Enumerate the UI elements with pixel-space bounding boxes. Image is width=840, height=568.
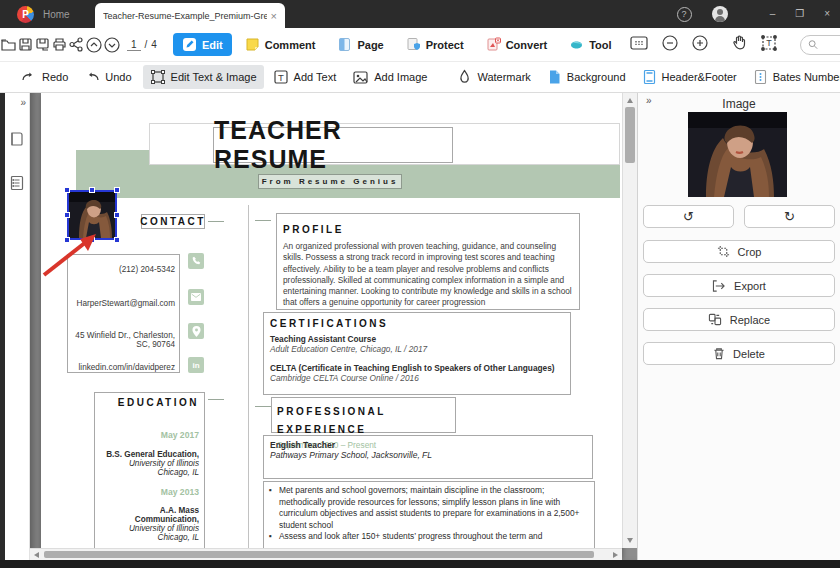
bates-numbering-button[interactable]: Bates Numbering bbox=[746, 65, 840, 89]
tab-page[interactable]: Page bbox=[328, 33, 392, 56]
document-tab[interactable]: Teacher-Resume-Example_Premium-Green* × bbox=[95, 3, 285, 28]
bullet-text: Met parents and school governors; mainta… bbox=[279, 485, 589, 531]
rotate-left-icon: ↺ bbox=[683, 209, 694, 224]
selection-handle[interactable] bbox=[64, 212, 70, 218]
document-canvas[interactable]: TEACHER RESUME From Resume Genius bbox=[30, 93, 637, 560]
contact-heading: CONTACT bbox=[140, 216, 206, 227]
svg-text:T: T bbox=[766, 38, 772, 48]
contact-heading-box[interactable]: CONTACT bbox=[141, 214, 205, 229]
hand-tool-button[interactable] bbox=[731, 34, 748, 55]
export-icon bbox=[712, 280, 726, 292]
zoom-in-button[interactable] bbox=[691, 34, 709, 56]
thumbnail-panel-button[interactable] bbox=[9, 130, 25, 152]
selected-photo[interactable] bbox=[67, 190, 117, 240]
window-maximize-button[interactable]: ❐ bbox=[795, 9, 804, 19]
vertical-scroll-thumb[interactable] bbox=[625, 107, 635, 163]
add-image-button[interactable]: Add Image bbox=[345, 66, 434, 89]
undo-button[interactable]: Undo bbox=[77, 66, 138, 88]
horizontal-scroll-thumb[interactable] bbox=[44, 551, 594, 558]
decorative-dash bbox=[255, 406, 271, 407]
education-block[interactable]: EDUCATION May 2017 B.S. General Educatio… bbox=[94, 392, 205, 560]
tab-protect[interactable]: Protect bbox=[397, 33, 473, 56]
experience-bullets-block[interactable]: ▪Met parents and school governors; maint… bbox=[263, 481, 595, 549]
bullet-text: Assess and look after 150+ students’ pro… bbox=[279, 531, 542, 543]
crop-image-button[interactable]: Crop bbox=[643, 240, 835, 263]
replace-icon bbox=[708, 313, 722, 326]
resume-subtitle[interactable]: From Resume Genius bbox=[258, 174, 402, 189]
export-image-label: Export bbox=[734, 280, 766, 292]
background-button[interactable]: Background bbox=[540, 65, 633, 89]
scroll-down-arrow[interactable] bbox=[627, 538, 633, 543]
sidebar-collapse-icon[interactable]: » bbox=[20, 97, 26, 108]
profile-heading: PROFILE bbox=[283, 224, 344, 235]
tab-page-label: Page bbox=[357, 39, 383, 51]
replace-image-button[interactable]: Replace bbox=[643, 308, 835, 331]
open-file-button[interactable] bbox=[0, 32, 17, 58]
home-button[interactable]: Home bbox=[43, 9, 70, 20]
tab-tool[interactable]: Tool bbox=[560, 33, 620, 56]
bookmark-panel-button[interactable] bbox=[9, 174, 25, 196]
profile-block[interactable]: PROFILE An organized professional with p… bbox=[276, 213, 580, 310]
main-toolbar: 1 / 4 Edit Comment Page Protect bbox=[0, 28, 840, 62]
search-input[interactable] bbox=[822, 39, 840, 50]
contact-block[interactable]: (212) 204-5342 HarperStewart@gmail.com 4… bbox=[67, 254, 180, 373]
vertical-scrollbar[interactable] bbox=[622, 93, 637, 548]
certifications-heading: CERTIFICATIONS bbox=[270, 318, 388, 329]
selection-handle[interactable] bbox=[114, 237, 120, 243]
page-down-icon bbox=[103, 36, 121, 54]
contact-address-line1: 45 Winfield Dr., Charleston, bbox=[70, 331, 175, 340]
header-footer-button[interactable]: Header&Footer bbox=[635, 65, 744, 89]
next-page-button[interactable] bbox=[103, 32, 121, 58]
account-avatar[interactable] bbox=[712, 6, 728, 22]
share-button[interactable] bbox=[68, 32, 85, 58]
edit-pencil-icon bbox=[182, 37, 197, 52]
rotate-left-button[interactable]: ↺ bbox=[643, 205, 734, 228]
watermark-button[interactable]: Watermark bbox=[450, 65, 537, 89]
search-box[interactable] bbox=[800, 35, 840, 55]
delete-image-button[interactable]: Delete bbox=[643, 342, 835, 365]
export-image-button[interactable]: Export bbox=[643, 274, 835, 297]
print-button[interactable] bbox=[51, 32, 68, 58]
selection-handle[interactable] bbox=[114, 187, 120, 193]
linkedin-icon: in bbox=[188, 357, 204, 373]
page-number-input[interactable]: 1 bbox=[127, 39, 141, 51]
selection-handle[interactable] bbox=[64, 187, 70, 193]
experience-heading-block[interactable]: PROFESSIONAL EXPERIENCE September 2020 –… bbox=[271, 397, 456, 433]
rotate-buttons: ↺ ↻ bbox=[643, 205, 835, 228]
zoom-out-button[interactable] bbox=[661, 34, 679, 56]
window-close-button[interactable]: × bbox=[824, 9, 830, 19]
phone-icon bbox=[188, 253, 204, 269]
window-minimize-button[interactable]: – bbox=[770, 9, 776, 19]
redo-button[interactable]: Redo bbox=[14, 66, 75, 88]
protect-shield-icon bbox=[406, 37, 421, 52]
tab-convert[interactable]: Convert bbox=[477, 33, 557, 56]
selection-handle[interactable] bbox=[114, 212, 120, 218]
tab-close-icon[interactable]: × bbox=[271, 10, 277, 22]
edit-text-image-button[interactable]: Edit Text & Image bbox=[143, 65, 264, 89]
add-text-button[interactable]: T Add Text bbox=[266, 65, 344, 89]
fit-width-button[interactable] bbox=[629, 34, 649, 56]
tab-comment[interactable]: Comment bbox=[236, 33, 325, 56]
tab-edit[interactable]: Edit bbox=[173, 33, 232, 56]
selection-handle[interactable] bbox=[89, 187, 95, 193]
help-icon[interactable]: ? bbox=[677, 7, 692, 22]
save-button[interactable] bbox=[17, 32, 34, 58]
job-block[interactable]: English Teacher Pathways Primary School,… bbox=[263, 435, 593, 479]
decorative-dash bbox=[255, 220, 271, 221]
selection-handle[interactable] bbox=[64, 237, 70, 243]
resume-title[interactable]: TEACHER RESUME bbox=[213, 127, 453, 163]
previous-page-button[interactable] bbox=[85, 32, 103, 58]
scroll-right-arrow[interactable] bbox=[613, 552, 618, 558]
certifications-block[interactable]: CERTIFICATIONS Teaching Assistant Course… bbox=[263, 312, 571, 395]
scroll-left-arrow[interactable] bbox=[34, 552, 39, 558]
save-as-button[interactable] bbox=[34, 32, 51, 58]
rotate-right-button[interactable]: ↻ bbox=[744, 205, 835, 228]
pdf-page[interactable]: TEACHER RESUME From Resume Genius bbox=[41, 93, 622, 560]
select-tool-button[interactable]: T bbox=[760, 34, 778, 56]
contact-phone: (212) 204-5342 bbox=[70, 265, 175, 274]
selection-handle[interactable] bbox=[89, 237, 95, 243]
horizontal-scrollbar[interactable] bbox=[30, 548, 622, 560]
scroll-up-arrow[interactable] bbox=[627, 98, 633, 103]
panel-collapse-icon[interactable]: » bbox=[646, 95, 652, 106]
education-heading: EDUCATION bbox=[118, 397, 199, 408]
